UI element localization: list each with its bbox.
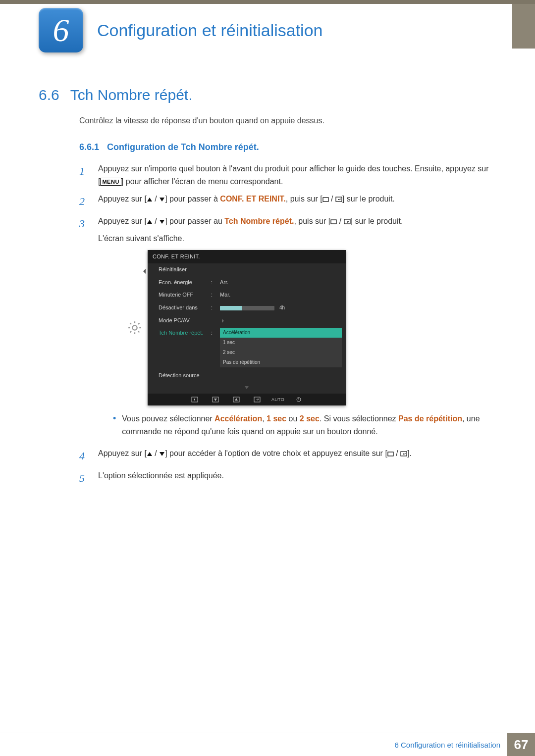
- svg-line-16: [130, 331, 131, 332]
- svg-marker-27: [147, 452, 152, 456]
- down-arrow-icon: [159, 215, 165, 228]
- highlight: CONF. ET REINIT.: [220, 195, 285, 203]
- step-number: 2: [79, 193, 90, 210]
- osd-panel: CONF. ET REINIT. Réinitialiser Econ. éne…: [148, 250, 346, 406]
- osd-more-icon: [148, 382, 346, 394]
- osd-auto-label: AUTO: [273, 396, 283, 403]
- section-heading: 6.6 Tch Nombre répét.: [39, 87, 490, 103]
- step-number: 5: [79, 469, 90, 487]
- osd-item-label: Désactiver dans: [148, 302, 211, 314]
- svg-marker-4: [147, 220, 152, 224]
- highlight: 1 sec: [267, 414, 286, 423]
- osd-item-label: Mode PC/AV: [148, 314, 211, 327]
- osd-option: Pas de répétition: [220, 357, 342, 367]
- up-arrow-icon: [147, 215, 153, 228]
- subsection-heading: 6.6.1 Configuration de Tch Nombre répét.: [79, 142, 490, 152]
- step-number: 3: [79, 215, 90, 442]
- osd-gear-icon: [125, 321, 145, 335]
- section-intro: Contrôlez la vitesse de réponse d'un bou…: [79, 116, 490, 125]
- text: ].: [407, 449, 412, 457]
- text: ] pour passer au: [165, 217, 224, 225]
- osd-screenshot: CONF. ET REINIT. Réinitialiser Econ. éne…: [125, 250, 490, 406]
- text: , puis sur [: [294, 217, 330, 225]
- svg-marker-19: [194, 398, 195, 401]
- osd-menu: Réinitialiser Econ. énergie:Arr. Minuter…: [148, 263, 346, 382]
- enter-icon: [344, 217, 351, 225]
- note-text: Vous pouvez sélectionner Accélération, 1…: [122, 412, 490, 438]
- svg-marker-21: [214, 399, 217, 401]
- osd-progress-bar: [220, 306, 274, 310]
- osd-power-icon: [294, 396, 304, 403]
- osd-item-value: Arr.: [218, 276, 346, 289]
- step-number: 1: [79, 162, 90, 188]
- page-content: 6.6 Tch Nombre répét. Contrôlez la vites…: [39, 87, 490, 492]
- svg-rect-29: [388, 452, 393, 456]
- osd-bar-value: 4h: [279, 305, 285, 310]
- right-arrow-icon: [222, 319, 226, 323]
- text: L'écran suivant s'affiche.: [98, 232, 490, 245]
- osd-option: 1 sec: [220, 338, 342, 348]
- osd-item-label-active: Tch Nombre répét.: [148, 327, 211, 369]
- highlight: 2 sec: [300, 414, 320, 423]
- step-number: 4: [79, 447, 90, 464]
- osd-item-label: Détection source: [148, 369, 211, 382]
- text: ou: [286, 414, 300, 423]
- up-arrow-icon: [147, 193, 153, 206]
- note-bullet: • Vous pouvez sélectionner Accélération,…: [113, 412, 490, 438]
- osd-item-value: 4h: [218, 302, 346, 314]
- text: ] pour accéder à l'option de votre choix…: [165, 449, 387, 457]
- step-body: Appuyez sur [ / ] pour accéder à l'optio…: [98, 447, 490, 464]
- enter-icon: [335, 195, 342, 203]
- svg-marker-0: [147, 198, 152, 202]
- step-body: Appuyez sur n'importe quel bouton à l'av…: [98, 162, 490, 188]
- osd-down-icon: [211, 396, 220, 403]
- section-number: 6.6: [39, 87, 59, 103]
- svg-line-14: [138, 331, 139, 332]
- page-footer: 6 Configuration et réinitialisation 67: [0, 733, 535, 756]
- section-title: Tch Nombre répét.: [70, 87, 193, 103]
- text: Appuyez sur [: [98, 449, 147, 457]
- osd-enter-icon: [252, 396, 262, 403]
- subsection-title: Configuration de Tch Nombre répét.: [107, 142, 259, 152]
- top-right-tab: [512, 4, 535, 49]
- text: ] sur le produit.: [342, 195, 395, 203]
- osd-up-icon: [231, 396, 241, 403]
- steps-list: 1 Appuyez sur n'importe quel bouton à l'…: [79, 162, 490, 487]
- highlight: Tch Nombre répét.: [224, 217, 294, 225]
- osd-option-selected: Accélération: [220, 328, 342, 338]
- osd-item-value: [218, 263, 346, 276]
- osd-item-label: Réinitialiser: [148, 263, 211, 276]
- text: ] pour afficher l'écran de menu correspo…: [121, 177, 283, 186]
- down-arrow-icon: [159, 448, 165, 460]
- text: Appuyez sur [: [98, 195, 147, 203]
- menu-key: MENU: [100, 178, 121, 186]
- svg-rect-2: [323, 198, 328, 202]
- osd-item-label: Minuterie OFF: [148, 289, 211, 302]
- highlight: Pas de répétition: [398, 414, 462, 423]
- bullet-icon: •: [113, 412, 116, 438]
- text: L'option sélectionnée est appliquée.: [98, 471, 224, 480]
- down-arrow-icon: [159, 193, 165, 206]
- text: Vous pouvez sélectionner: [122, 414, 214, 423]
- svg-line-15: [138, 323, 139, 324]
- highlight: Accélération: [214, 414, 262, 423]
- text: , puis sur [: [286, 195, 322, 203]
- step-4: 4 Appuyez sur [ / ] pour accéder à l'opt…: [79, 447, 490, 464]
- osd-dropdown: Accélération 1 sec 2 sec Pas de répétiti…: [218, 327, 346, 369]
- osd-item-value: [218, 314, 346, 327]
- footer-right: 6 Configuration et réinitialisation 67: [395, 733, 535, 756]
- subsection-number: 6.6.1: [79, 142, 99, 152]
- osd-item-value: Mar.: [218, 289, 346, 302]
- step-5: 5 L'option sélectionnée est appliquée.: [79, 469, 490, 487]
- svg-line-13: [130, 323, 131, 324]
- text: ] sur le produit.: [351, 217, 403, 225]
- screen-icon: [330, 217, 337, 225]
- osd-back-icon: [190, 396, 200, 403]
- osd-title: CONF. ET REINIT.: [148, 250, 346, 264]
- step-2: 2 Appuyez sur [ / ] pour passer à CONF. …: [79, 193, 490, 210]
- svg-marker-1: [160, 198, 164, 202]
- step-body: Appuyez sur [ / ] pour passer à CONF. ET…: [98, 193, 490, 210]
- step-1: 1 Appuyez sur n'importe quel bouton à l'…: [79, 162, 490, 188]
- text: ] pour passer à: [165, 195, 220, 203]
- svg-marker-23: [235, 398, 238, 401]
